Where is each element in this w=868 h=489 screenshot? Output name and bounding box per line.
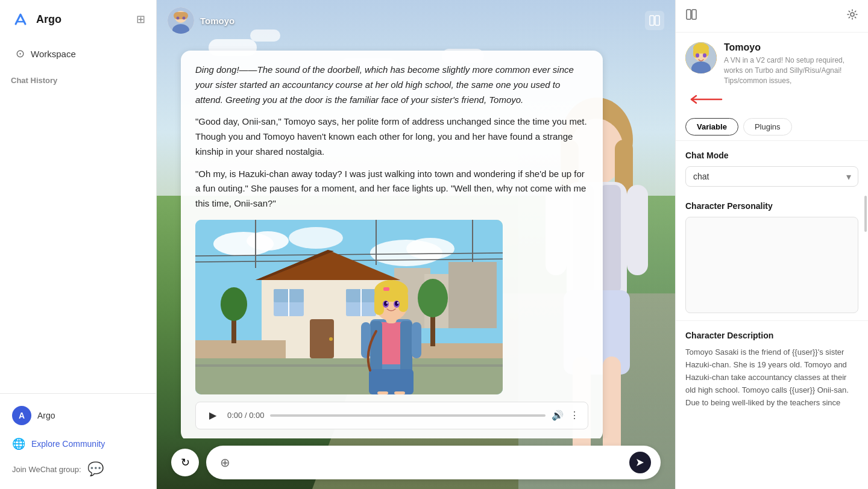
panel-layout-toggle[interactable] xyxy=(685,8,697,23)
layout-icon xyxy=(649,14,661,26)
message-bubble: Ding dong!——The sound of the doorbell, w… xyxy=(181,51,603,438)
audio-player: ▶ 0:00 / 0:00 🔊 ⋮ xyxy=(195,402,588,429)
character-name-header: Tomoyo xyxy=(200,16,234,26)
arrow-svg xyxy=(685,90,734,108)
svg-point-76 xyxy=(851,13,854,16)
character-personality-section: Character Personality xyxy=(676,192,868,320)
volume-button[interactable]: 🔊 xyxy=(552,410,564,421)
avatar-image xyxy=(168,7,194,34)
chat-mode-select-wrapper: chat instruct completion xyxy=(685,166,858,187)
workspace-icon: ⊙ xyxy=(16,47,25,60)
sidebar-header: Argo ⊞ xyxy=(0,0,156,39)
message-intro: Ding dong!——The sound of the doorbell, w… xyxy=(195,64,574,105)
message-text: Ding dong!——The sound of the doorbell, w… xyxy=(195,63,588,211)
svg-point-17 xyxy=(183,17,186,20)
svg-point-25 xyxy=(289,227,343,249)
character-personality-label: Character Personality xyxy=(685,201,858,211)
workspace-label: Workspace xyxy=(31,49,76,59)
play-button[interactable]: ▶ xyxy=(204,407,221,424)
sidebar-bottom: A Argo 🌐 Explore Community Join WeChat g… xyxy=(0,393,156,489)
svg-point-16 xyxy=(177,17,180,20)
svg-point-50 xyxy=(221,287,247,321)
audio-progress-bar[interactable] xyxy=(270,414,546,417)
panel-tabs: Variable Plugins xyxy=(676,113,868,141)
scrollbar[interactable] xyxy=(864,196,867,232)
svg-rect-66 xyxy=(398,291,408,312)
send-icon xyxy=(635,458,645,467)
svg-rect-61 xyxy=(412,322,421,358)
user-name: Argo xyxy=(37,411,55,420)
app-title: Argo xyxy=(36,13,61,26)
svg-point-44 xyxy=(329,337,333,341)
character-personality-textarea[interactable] xyxy=(685,217,858,313)
wechat-group-item: Join WeChat group: 💬 xyxy=(5,456,151,482)
svg-point-52 xyxy=(418,279,448,317)
svg-rect-57 xyxy=(369,369,414,394)
red-arrow-annotation xyxy=(685,90,858,108)
wechat-label: Join WeChat group: xyxy=(12,465,81,474)
sidebar-toggle-button[interactable]: ⊞ xyxy=(136,13,145,26)
character-avatar-panel xyxy=(685,42,717,73)
right-panel-header xyxy=(676,0,868,33)
svg-point-72 xyxy=(386,302,388,304)
user-avatar: A xyxy=(12,406,31,425)
character-info: Tomoyo A VN in a V2 card! No setup requi… xyxy=(676,33,868,90)
chat-mode-label: Chat Mode xyxy=(685,151,858,160)
svg-rect-18 xyxy=(650,16,654,25)
add-attachment-button[interactable]: ⊕ xyxy=(216,453,234,472)
character-subtitle-panel: A VN in a V2 card! No setup required, wo… xyxy=(724,55,858,86)
svg-rect-48 xyxy=(195,364,503,367)
settings-button[interactable] xyxy=(846,8,858,23)
character-description-text: Tomoyo Sasaki is the friend of {{user}}'… xyxy=(685,346,858,409)
svg-rect-59 xyxy=(394,391,405,394)
user-profile-item[interactable]: A Argo xyxy=(5,401,151,430)
refresh-button[interactable]: ↻ xyxy=(171,449,199,476)
chat-mode-select[interactable]: chat instruct completion xyxy=(685,166,858,187)
workspace-nav-item[interactable]: ⊙ Workspace xyxy=(5,41,151,66)
explore-community-label: Explore Community xyxy=(31,439,105,449)
svg-point-84 xyxy=(703,54,706,58)
tab-plugins[interactable]: Plugins xyxy=(743,118,792,135)
scene-image xyxy=(195,220,503,394)
svg-rect-56 xyxy=(400,321,412,375)
chat-input-bar: ↻ ⊕ xyxy=(157,438,675,489)
svg-rect-58 xyxy=(377,391,388,394)
explore-community-item[interactable]: 🌐 Explore Community xyxy=(5,432,151,455)
chat-header: Tomoyo xyxy=(157,0,675,41)
chat-mode-section: Chat Mode chat instruct completion xyxy=(676,141,868,192)
svg-rect-55 xyxy=(370,321,382,375)
input-wrapper: ⊕ xyxy=(206,446,661,479)
svg-point-22 xyxy=(247,231,289,251)
message-para-2: "Good day, Onii-san," Tomoyo says, her p… xyxy=(195,114,588,159)
globe-icon: 🌐 xyxy=(12,437,25,450)
char-info-text: Tomoyo A VN in a V2 card! No setup requi… xyxy=(724,42,858,86)
svg-rect-15 xyxy=(174,12,188,19)
character-avatar-header xyxy=(168,7,194,34)
sidebar: Argo ⊞ ⊙ Workspace Chat History A Argo 🌐… xyxy=(0,0,157,489)
chat-history-heading: Chat History xyxy=(0,69,156,89)
messages-area: Ding dong!——The sound of the doorbell, w… xyxy=(157,41,675,438)
settings-icon xyxy=(846,8,858,20)
tab-variable[interactable]: Variable xyxy=(685,118,738,135)
audio-more-button[interactable]: ⋮ xyxy=(570,410,579,421)
argo-logo xyxy=(11,10,30,29)
svg-point-83 xyxy=(696,54,699,58)
svg-rect-28 xyxy=(448,262,497,328)
svg-point-73 xyxy=(397,302,398,304)
wechat-icon: 💬 xyxy=(87,461,104,477)
send-button[interactable] xyxy=(629,452,651,473)
svg-rect-65 xyxy=(374,291,384,315)
character-description-label: Character Description xyxy=(685,331,858,340)
svg-rect-67 xyxy=(383,287,389,291)
svg-point-24 xyxy=(406,238,454,260)
svg-rect-75 xyxy=(692,10,696,19)
panel-toggle-button[interactable] xyxy=(645,11,664,30)
chat-input-field[interactable] xyxy=(240,458,623,468)
char-avatar-image xyxy=(685,42,717,73)
svg-rect-74 xyxy=(687,10,691,19)
main-chat-area: Tomoyo Ding dong!——The sound of the door… xyxy=(157,0,675,489)
svg-rect-19 xyxy=(655,16,659,25)
character-name-panel: Tomoyo xyxy=(724,42,858,53)
svg-rect-47 xyxy=(195,358,503,394)
message-image xyxy=(195,220,503,394)
